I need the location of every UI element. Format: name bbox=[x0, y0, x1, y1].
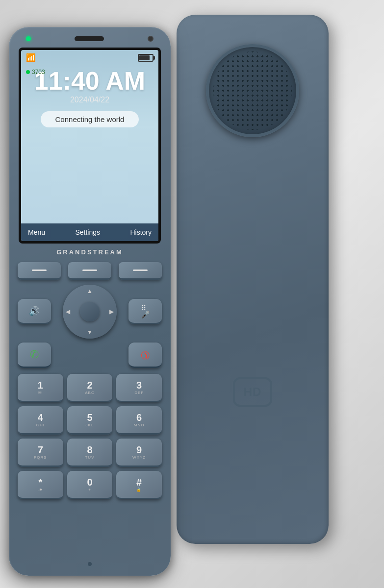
screen-softkeys: Menu Settings History bbox=[21, 223, 158, 241]
numpad: 1 ✉ 2 ABC 3 DEF 4 GHI bbox=[18, 374, 162, 499]
speaker-dots bbox=[213, 51, 292, 130]
wifi-icon: 📶 bbox=[26, 53, 36, 62]
call-icon: ✆ bbox=[30, 348, 39, 361]
key-9[interactable]: 9 WXYZ bbox=[116, 439, 162, 467]
battery-icon bbox=[138, 54, 154, 62]
phone-top-bar bbox=[26, 36, 154, 42]
screen-softkey-settings[interactable]: Settings bbox=[75, 228, 100, 236]
keypad: 🔊 ▲ ◀ ▶ ▼ ⠿🎤 bbox=[18, 262, 162, 499]
softkey-left-button[interactable] bbox=[18, 262, 61, 280]
speaker-button[interactable]: 🔊 bbox=[18, 299, 51, 324]
softkey-center-button[interactable] bbox=[68, 262, 111, 280]
dpad-container: ▲ ◀ ▶ ▼ bbox=[63, 285, 117, 339]
key-6[interactable]: 6 MNO bbox=[116, 406, 162, 435]
extension-dot bbox=[26, 70, 30, 74]
dpad-left-arrow[interactable]: ◀ bbox=[66, 308, 70, 315]
key-4[interactable]: 4 GHI bbox=[18, 406, 63, 435]
key-0[interactable]: 0 + bbox=[67, 471, 113, 499]
softkey-left-line bbox=[32, 270, 47, 271]
earpiece bbox=[75, 36, 104, 41]
screen: 📶 3703 11:40 AM 2024/04/22 bbox=[21, 50, 158, 241]
date-display: 2024/04/22 bbox=[21, 96, 158, 104]
camera-dot bbox=[148, 36, 154, 42]
softkey-center-line bbox=[82, 270, 97, 271]
softkey-button-row bbox=[18, 262, 162, 280]
key-star[interactable]: * .✱ bbox=[18, 471, 63, 499]
call-row: ✆ ✆ bbox=[18, 343, 162, 368]
extension-number: 3703 bbox=[32, 69, 45, 75]
extension-line: 3703 bbox=[26, 69, 45, 75]
dpad-center-button[interactable] bbox=[80, 302, 100, 321]
speaker-grille bbox=[206, 44, 299, 137]
key-2[interactable]: 2 ABC bbox=[67, 374, 113, 402]
function-row: 🔊 ▲ ◀ ▶ ▼ ⠿🎤 bbox=[18, 285, 162, 339]
dpad[interactable]: ▲ ◀ ▶ ▼ bbox=[63, 285, 117, 339]
screen-softkey-menu[interactable]: Menu bbox=[28, 228, 45, 236]
end-call-icon: ✆ bbox=[137, 347, 153, 362]
led-indicator bbox=[26, 36, 31, 41]
key-1[interactable]: 1 ✉ bbox=[18, 374, 63, 402]
key-7[interactable]: 7 PQRS bbox=[18, 439, 63, 467]
dpad-right-arrow[interactable]: ▶ bbox=[109, 308, 114, 315]
key-8[interactable]: 8 TUV bbox=[67, 439, 113, 467]
screen-softkey-history[interactable]: History bbox=[130, 228, 152, 236]
bottom-mic bbox=[88, 562, 92, 566]
phone-back: HD bbox=[177, 15, 329, 544]
softkey-right-button[interactable] bbox=[119, 262, 162, 280]
call-button[interactable]: ✆ bbox=[18, 343, 51, 368]
phone-front: 📶 3703 11:40 AM 2024/04/22 bbox=[9, 27, 171, 576]
dpad-down-arrow[interactable]: ▼ bbox=[87, 329, 93, 336]
key-hash[interactable]: # 🔒 bbox=[116, 471, 162, 499]
hd-badge: HD bbox=[233, 377, 272, 407]
screen-message: Connecting the world bbox=[41, 111, 139, 127]
scene: HD 📶 bbox=[0, 0, 384, 588]
screen-status-bar: 📶 bbox=[21, 50, 158, 64]
key-3[interactable]: 3 DEF bbox=[116, 374, 162, 402]
battery-fill bbox=[139, 55, 150, 60]
conf-mute-icon: ⠿🎤 bbox=[141, 304, 150, 318]
end-call-button[interactable]: ✆ bbox=[128, 343, 162, 368]
screen-bezel: 📶 3703 11:40 AM 2024/04/22 bbox=[19, 48, 161, 244]
conf-mute-button[interactable]: ⠿🎤 bbox=[128, 299, 162, 324]
brand-label: GRANDSTREAM bbox=[56, 248, 123, 256]
softkey-right-line bbox=[133, 270, 148, 271]
speaker-icon: 🔊 bbox=[29, 306, 40, 317]
key-5[interactable]: 5 JKL bbox=[67, 406, 113, 435]
dpad-up-arrow[interactable]: ▲ bbox=[87, 288, 93, 294]
